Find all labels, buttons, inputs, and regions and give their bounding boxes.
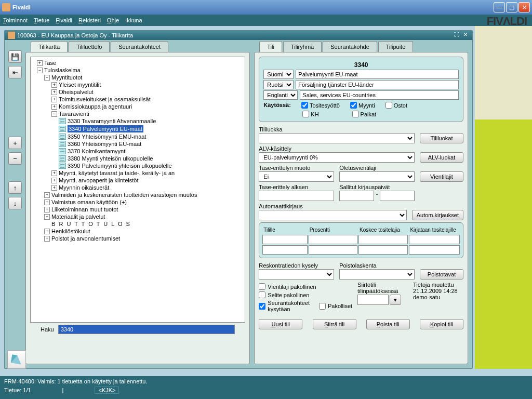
siirra-tili-button[interactable]: Siirrä tili: [313, 319, 356, 329]
tree-tase[interactable]: Tase: [44, 60, 56, 66]
arrow-up-button[interactable]: ↑: [8, 181, 22, 194]
tbl-r1-c1[interactable]: [262, 235, 307, 244]
tab-tilipuite[interactable]: Tilipuite: [378, 41, 414, 52]
tililuokka-select[interactable]: [259, 133, 415, 143]
tree-tavaravienti[interactable]: Tavaravienti: [59, 111, 89, 117]
name-fi[interactable]: Palvelumyynti EU-maat: [296, 70, 459, 79]
tree-komissio[interactable]: Komissiokauppa ja agentuuri: [59, 103, 132, 110]
cb-seurantakohteet[interactable]: [259, 303, 265, 310]
subwin-close-button[interactable]: ✕: [462, 32, 469, 39]
tab-seurantakohde[interactable]: Seurantakohde: [323, 41, 377, 52]
kopioi-tili-button[interactable]: Kopioi tili: [420, 319, 463, 329]
plus-button[interactable]: +: [8, 137, 22, 149]
tbl-r2-c3[interactable]: [358, 245, 408, 255]
tbl-r1-c4[interactable]: [409, 235, 460, 244]
tase-muoto-select[interactable]: Ei: [259, 171, 334, 182]
menu-toiminnot[interactable]: Toiminnot: [3, 17, 28, 23]
menu-ikkuna[interactable]: Ikkuna: [125, 17, 142, 23]
uusi-tili-button[interactable]: Uusi tili: [259, 319, 302, 329]
minimize-button[interactable]: —: [494, 2, 505, 12]
menu-fivaldi[interactable]: Fivaldi: [56, 17, 72, 23]
autokirj-select[interactable]: [259, 210, 406, 220]
corner-logo[interactable]: [7, 350, 26, 369]
tree-3330[interactable]: 3330 Tavaramyynti Ahvenanmaalle: [68, 118, 156, 124]
tab-tililuettelo[interactable]: Tililuettelo: [69, 41, 110, 52]
tree-3380[interactable]: 3380 Myynti yhteisön ulkopuolelle: [68, 155, 153, 162]
arrow-down-button[interactable]: ↓: [8, 197, 22, 209]
tbl-r2-c4[interactable]: [409, 245, 460, 255]
menu-rekisteri[interactable]: Rekisteri: [78, 17, 101, 23]
tililuokat-button[interactable]: Tililuokat: [420, 133, 463, 143]
save-icon[interactable]: 💾: [8, 50, 22, 63]
poistotavat-button[interactable]: Poistotavat: [420, 269, 463, 280]
cb-vientilaji-pak[interactable]: [259, 283, 265, 290]
account-tree[interactable]: +Tase −Tuloslaskelma −Myyntituotot +Ylei…: [30, 57, 245, 323]
tree-yleiset[interactable]: Yleiset myyntitilit: [59, 82, 101, 88]
back-icon[interactable]: ⇤: [8, 66, 22, 78]
name-sv[interactable]: Försäljning tjänster EU-länder: [296, 80, 459, 89]
sallitut-to[interactable]: [380, 191, 415, 201]
haku-label: Haku: [41, 326, 54, 332]
tase-alkaen-label: Tase-erittely alkaen: [259, 184, 334, 190]
siirto-input[interactable]: [357, 295, 389, 305]
tree-3360[interactable]: 3360 Yhteisömyynti EU-maat: [68, 141, 141, 147]
tree-3370[interactable]: 3370 Kolmikantamyynti: [68, 148, 127, 154]
alv-select[interactable]: EU-palvelumyynti 0%: [259, 152, 415, 163]
close-button[interactable]: ✕: [518, 2, 530, 12]
minus-button[interactable]: −: [8, 152, 22, 165]
tab-tilikartta[interactable]: Tilikartta: [31, 41, 68, 52]
tab-tili[interactable]: Tili: [259, 41, 282, 52]
tree-myynti-arvopaperit[interactable]: Myynti, arvopaperit ja kiinteistöt: [59, 177, 138, 183]
menu-ohje[interactable]: Ohje: [107, 17, 119, 23]
oletusvientilaji-select[interactable]: [339, 171, 415, 182]
autokirj-button[interactable]: Autom.kirjaukset: [412, 210, 463, 220]
tbl-r2-c1[interactable]: [262, 245, 307, 255]
name-en[interactable]: Sales, services EU-countries: [300, 90, 459, 100]
subwin-restore-button[interactable]: ⛶: [453, 32, 460, 39]
tree-3390[interactable]: 3390 Palvelumyynti yhteisön ulkopuolelle: [68, 163, 172, 169]
tree-liiketoiminnan[interactable]: Liiketoiminnan muut tuotot: [51, 206, 118, 212]
poistolask-select[interactable]: [339, 269, 415, 280]
lang-ruotsi-select[interactable]: Ruotsi: [263, 80, 294, 89]
tree-bruttotulos[interactable]: B R U T T O T U L O S: [51, 221, 131, 227]
menu-tietue[interactable]: Tietue: [34, 17, 49, 23]
tbl-r1-c2[interactable]: [309, 235, 357, 244]
cb-tositesyotto[interactable]: [301, 102, 308, 109]
tree-myynnin-oikaisu[interactable]: Myynnin oikaisuerät: [59, 184, 109, 191]
poista-tili-button[interactable]: Poista tili: [366, 319, 410, 329]
tree-oheis[interactable]: Oheispalvelut: [59, 89, 94, 95]
cb-kh[interactable]: [302, 111, 309, 117]
tbl-r2-c2[interactable]: [309, 245, 357, 255]
tree-materiaalit[interactable]: Materiaalit ja palvelut: [51, 214, 105, 220]
tree-3340[interactable]: 3340 Palvelumyynti EU-maat: [68, 125, 143, 132]
cb-ostot[interactable]: [385, 102, 392, 109]
cb-myynti[interactable]: [350, 102, 357, 109]
sallitut-from[interactable]: [339, 191, 374, 201]
vientilajit-button[interactable]: Vientilajit: [420, 171, 463, 182]
tree-valmistus[interactable]: Valmistus omaan käyttöön (+): [51, 199, 127, 205]
tase-alkaen-input[interactable]: [259, 191, 334, 201]
tree-myyntituotot[interactable]: Myyntituotot: [51, 74, 82, 81]
tietoja-label: Tietoja muutettu: [413, 282, 463, 288]
cb-pakolliset[interactable]: [319, 303, 326, 310]
tree-poistot[interactable]: Poistot ja arvonalentumiset: [51, 235, 120, 242]
tree-toimitus[interactable]: Toimitusveloitukset ja osamaksulisät: [59, 96, 151, 102]
alv-luokat-button[interactable]: ALV-luokat: [420, 152, 463, 163]
tree-3350[interactable]: 3350 Yhteisömyynti EMU-maat: [68, 134, 146, 140]
lang-en-select[interactable]: Englanti: [263, 90, 298, 100]
col-koskee: Koskee tositelajia: [358, 226, 408, 234]
tree-myynti-kaytetyt[interactable]: Myynti, käytetyt tavarat ja taide-, kerä…: [59, 170, 175, 176]
cb-palkat[interactable]: [352, 111, 359, 117]
haku-input[interactable]: [58, 325, 235, 334]
siirto-lookup-button[interactable]: ▾: [390, 295, 401, 305]
tree-valmiiden[interactable]: Valmiiden ja keskeneräisten tuotteiden v…: [51, 192, 197, 198]
lang-suomi-select[interactable]: Suomi: [263, 70, 294, 79]
cb-selite-pak[interactable]: [259, 291, 265, 298]
maximize-button[interactable]: ▢: [506, 2, 517, 12]
tree-henkilosto[interactable]: Henkilöstökulut: [51, 228, 90, 234]
reskontra-select[interactable]: [259, 269, 334, 280]
tbl-r1-c3[interactable]: [358, 235, 408, 244]
tree-tuloslaskelma[interactable]: Tuloslaskelma: [44, 67, 81, 73]
tab-tiliryhma[interactable]: Tiliryhmä: [283, 41, 322, 52]
tab-seurantakohteet[interactable]: Seurantakohteet: [111, 41, 168, 52]
